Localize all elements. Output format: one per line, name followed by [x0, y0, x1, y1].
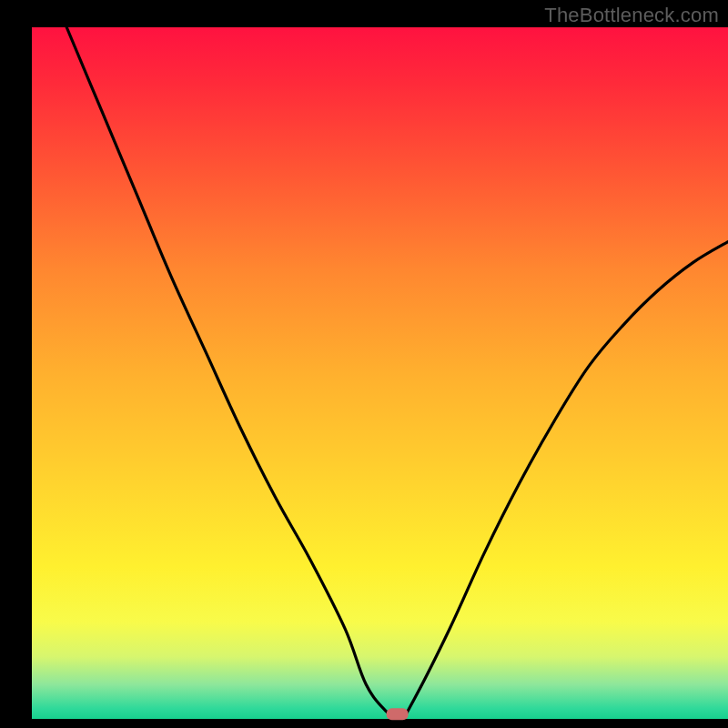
optimum-marker: [387, 708, 409, 720]
watermark-text: TheBottleneck.com: [544, 4, 719, 27]
plot-background: [32, 27, 728, 719]
chart-frame: TheBottleneck.com: [0, 0, 728, 728]
bottleneck-chart: [0, 0, 728, 728]
